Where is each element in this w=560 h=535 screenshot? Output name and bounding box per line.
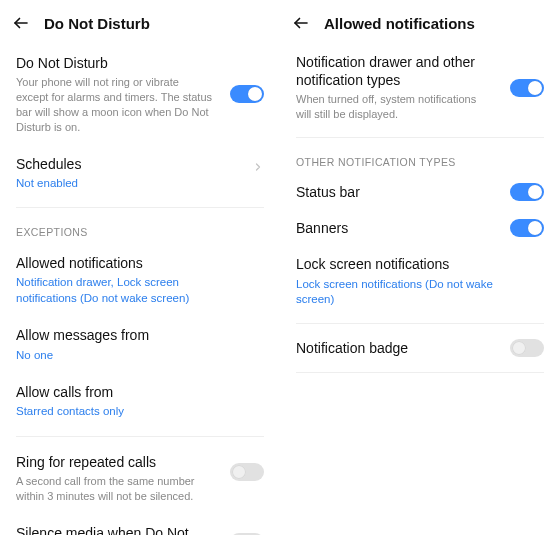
schedules-title: Schedules [16,155,264,173]
drawer-toggle[interactable] [510,79,544,97]
other-types-label: OTHER NOTIFICATION TYPES [280,144,560,174]
badge-row[interactable]: Notification badge [296,330,544,366]
banners-row[interactable]: Banners [296,210,544,246]
dnd-panel: Do Not Disturb Do Not Disturb Your phone… [0,0,280,535]
chevron-right-icon [252,159,264,177]
drawer-row[interactable]: Notification drawer and other notificati… [296,44,544,131]
allowed-notifications-title: Allowed notifications [16,254,264,272]
silence-media-title: Silence media when Do Not Disturb is on [16,524,264,535]
allow-messages-title: Allow messages from [16,326,264,344]
lockscreen-row[interactable]: Lock screen notifications Lock screen no… [296,246,544,316]
back-icon[interactable] [12,14,30,32]
divider [296,323,544,324]
lockscreen-title: Lock screen notifications [296,255,544,273]
divider [296,137,544,138]
status-bar-row[interactable]: Status bar [296,174,544,210]
repeated-calls-toggle[interactable] [230,463,264,481]
dnd-master-title: Do Not Disturb [16,54,264,72]
allowed-notifications-panel: Allowed notifications Notification drawe… [280,0,560,535]
drawer-title: Notification drawer and other notificati… [296,53,544,89]
dnd-master-row[interactable]: Do Not Disturb Your phone will not ring … [16,44,264,145]
banners-toggle[interactable] [510,219,544,237]
drawer-desc: When turned off, system notifications wi… [296,92,544,122]
divider [16,436,264,437]
page-title: Allowed notifications [324,15,475,32]
allow-calls-title: Allow calls from [16,383,264,401]
schedules-row[interactable]: Schedules Not enabled [16,145,264,202]
allowed-header: Allowed notifications [280,0,560,44]
repeated-calls-title: Ring for repeated calls [16,453,264,471]
back-icon[interactable] [292,14,310,32]
allow-calls-value: Starred contacts only [16,404,264,420]
divider [16,207,264,208]
banners-title: Banners [296,219,544,237]
allow-calls-row[interactable]: Allow calls from Starred contacts only [16,373,264,430]
dnd-header: Do Not Disturb [0,0,280,44]
lockscreen-value: Lock screen notifications (Do not wake s… [296,277,544,308]
silence-media-row[interactable]: Silence media when Do Not Disturb is on [16,514,264,535]
dnd-master-desc: Your phone will not ring or vibrate exce… [16,75,264,134]
allowed-notifications-row[interactable]: Allowed notifications Notification drawe… [16,244,264,316]
badge-title: Notification badge [296,339,544,357]
exceptions-label: EXCEPTIONS [0,214,280,244]
schedules-value: Not enabled [16,176,264,192]
allow-messages-row[interactable]: Allow messages from No one [16,316,264,373]
status-bar-title: Status bar [296,183,544,201]
badge-toggle[interactable] [510,339,544,357]
repeated-calls-desc: A second call from the same number withi… [16,474,264,504]
status-bar-toggle[interactable] [510,183,544,201]
allow-messages-value: No one [16,348,264,364]
dnd-master-toggle[interactable] [230,85,264,103]
page-title: Do Not Disturb [44,15,150,32]
divider [296,372,544,373]
allowed-notifications-value: Notification drawer, Lock screen notific… [16,275,264,306]
repeated-calls-row[interactable]: Ring for repeated calls A second call fr… [16,443,264,514]
